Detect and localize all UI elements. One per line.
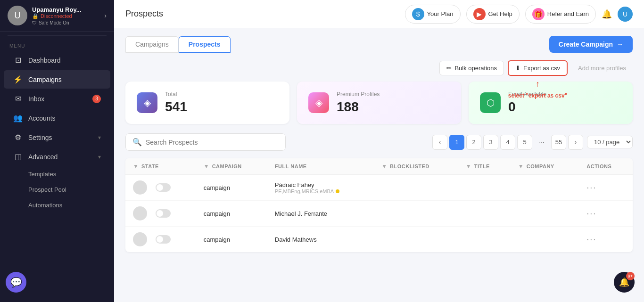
state-toggle[interactable]: [156, 235, 171, 244]
table: ▼ STATE ▼ CAMPAIGN FULL NAME ▼ BLOCKLI: [125, 158, 633, 252]
stat-info-total: Total 541: [165, 91, 187, 114]
col-title: ▼ TITLE: [458, 158, 511, 175]
sidebar-item-templates[interactable]: Templates: [4, 167, 110, 181]
get-help-button[interactable]: ▶ Get Help: [466, 5, 520, 24]
campaign-cell: campaign: [196, 201, 267, 227]
title-cell: [458, 227, 511, 253]
user-name: Upamanyu Roy...: [32, 6, 99, 13]
sidebar-item-label: Prospect Pool: [28, 186, 66, 193]
next-page-button[interactable]: ›: [568, 135, 583, 150]
per-page-select[interactable]: 10 / page: [587, 136, 633, 148]
stat-card-total: ◈ Total 541: [125, 82, 289, 124]
sidebar-item-dashboard[interactable]: ⊡ Dashboard: [4, 51, 110, 69]
email-icon: ⬡: [480, 92, 501, 113]
row-actions-button[interactable]: ···: [586, 183, 596, 193]
notification-button[interactable]: 🔔 9+: [614, 272, 635, 293]
filter-icon: ▼: [204, 163, 209, 170]
stat-card-email: ⬡ Email Available 0: [469, 82, 633, 124]
sidebar-item-label: Templates: [28, 171, 56, 178]
prospects-table: ▼ STATE ▼ CAMPAIGN FULL NAME ▼ BLOCKLI: [125, 158, 633, 252]
download-icon: ⬇: [515, 65, 520, 72]
table-row: campaign Michael J. Ferrante ···: [125, 201, 633, 227]
disconnect-icon: 🔒: [32, 13, 39, 19]
search-box[interactable]: 🔍: [125, 133, 286, 151]
tabs: Campaigns Prospects: [125, 36, 231, 53]
page-1-button[interactable]: 1: [449, 135, 464, 150]
refer-earn-button[interactable]: 🎁 Refer and Earn: [525, 5, 596, 24]
total-label: Total: [165, 91, 187, 98]
bulk-operations-button[interactable]: ✏ Bulk operations: [439, 61, 504, 75]
shield-icon: 🛡: [32, 20, 37, 25]
state-toggle[interactable]: [156, 183, 171, 192]
page-2-button[interactable]: 2: [466, 135, 481, 150]
sidebar-item-automations[interactable]: Automations: [4, 198, 110, 212]
sidebar-item-label: Settings: [28, 134, 92, 141]
sidebar-item-label: Inbox: [28, 95, 87, 103]
sidebar-item-label: Advanced: [28, 153, 92, 161]
table-row: campaign David Mathews ···: [125, 227, 633, 253]
tabs-row: Campaigns Prospects Create Campaign →: [125, 36, 633, 53]
campaign-cell: campaign: [196, 175, 267, 201]
user-status: 🔒 Disconnected: [32, 13, 99, 19]
tab-campaigns[interactable]: Campaigns: [125, 36, 179, 53]
avatar: U: [8, 6, 27, 25]
table-row: campaign Pádraic Fahey PE,MBEng,MRICS,eM…: [125, 175, 633, 201]
prospect-avatar: [133, 180, 147, 195]
col-actions: ACTIONS: [579, 158, 633, 175]
chat-bubble-button[interactable]: 💬: [6, 272, 26, 293]
arrow-right-icon: →: [617, 41, 623, 48]
col-full-name: FULL NAME: [267, 158, 374, 175]
sidebar-item-label: Dashboard: [28, 57, 101, 64]
actions-cell: ···: [579, 227, 633, 253]
user-info: Upamanyu Roy... 🔒 Disconnected 🛡 Safe Mo…: [32, 6, 99, 25]
premium-value: 188: [337, 99, 380, 114]
page-4-button[interactable]: 4: [500, 135, 515, 150]
chevron-down-icon: ▾: [98, 154, 101, 160]
your-plan-button[interactable]: $ Your Plan: [405, 5, 461, 24]
toolbar-row: 🔍 ‹ 1 2 3 4 5 ··· 55 › 10 / page: [125, 133, 633, 151]
search-input[interactable]: [146, 139, 279, 146]
bell-icon[interactable]: 🔔: [602, 9, 612, 19]
create-campaign-button[interactable]: Create Campaign →: [549, 36, 633, 53]
status-dot: [336, 189, 339, 193]
page-5-button[interactable]: 5: [517, 135, 532, 150]
table-body: campaign Pádraic Fahey PE,MBEng,MRICS,eM…: [125, 175, 633, 253]
blocklisted-cell: [374, 175, 458, 201]
sidebar-item-inbox[interactable]: ✉ Inbox 3: [4, 90, 110, 108]
add-more-profiles-button[interactable]: Add more profiles: [571, 61, 633, 75]
filter-icon: ▼: [518, 163, 524, 170]
chevron-down-icon: ▾: [98, 134, 101, 141]
user-avatar-top[interactable]: U: [618, 7, 633, 22]
sidebar-item-advanced[interactable]: ◫ Advanced ▾: [4, 147, 110, 166]
full-name-cell: Michael J. Ferrante: [267, 201, 374, 227]
sidebar-item-accounts[interactable]: 👥 Accounts: [4, 109, 110, 127]
company-cell: [511, 175, 579, 201]
state-toggle[interactable]: [156, 209, 171, 218]
stats-row: ◈ Total 541 ◈ Premium Profiles 188 ⬡: [125, 82, 633, 124]
export-csv-button[interactable]: ⬇ Export as csv: [508, 60, 568, 76]
safe-mode: 🛡 Safe Mode On: [32, 20, 99, 25]
total-value: 541: [165, 99, 187, 114]
sidebar-item-campaigns[interactable]: ⚡ Campaigns: [4, 70, 110, 89]
page-3-button[interactable]: 3: [483, 135, 498, 150]
sidebar-header: U Upamanyu Roy... 🔒 Disconnected 🛡 Safe …: [0, 0, 114, 32]
topbar-actions: $ Your Plan ▶ Get Help 🎁 Refer and Earn …: [405, 5, 633, 24]
pagination: ‹ 1 2 3 4 5 ··· 55 ›: [432, 135, 583, 150]
actions-cell: ···: [579, 201, 633, 227]
notification-badge: 9+: [626, 272, 635, 280]
notification-bell[interactable]: 🔔: [602, 9, 612, 19]
page-55-button[interactable]: 55: [551, 135, 566, 150]
sidebar-item-prospect-pool[interactable]: Prospect Pool: [4, 182, 110, 197]
prev-page-button[interactable]: ‹: [432, 135, 447, 150]
col-company: ▼ COMPANY: [511, 158, 579, 175]
prospect-avatar: [133, 206, 147, 220]
table-header: ▼ STATE ▼ CAMPAIGN FULL NAME ▼ BLOCKLI: [125, 158, 633, 175]
full-name-cell: David Mathews: [267, 227, 374, 253]
page-title: Prospects: [125, 9, 163, 19]
state-cell: [125, 201, 196, 227]
sidebar-item-settings[interactable]: ⚙ Settings ▾: [4, 128, 110, 147]
row-actions-button[interactable]: ···: [586, 235, 596, 245]
tab-prospects[interactable]: Prospects: [179, 36, 231, 53]
expand-icon[interactable]: ›: [104, 12, 107, 19]
row-actions-button[interactable]: ···: [586, 209, 596, 219]
